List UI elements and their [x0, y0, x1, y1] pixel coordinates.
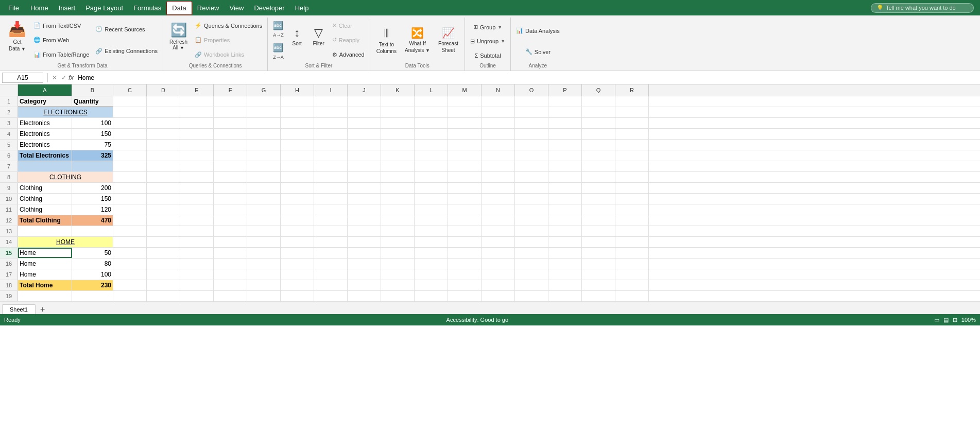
cell-k5[interactable]	[381, 140, 415, 150]
cell-m17[interactable]	[448, 269, 482, 280]
cell-e9[interactable]	[180, 183, 214, 193]
cell-g2[interactable]	[247, 107, 281, 117]
cell-r11[interactable]	[615, 204, 649, 215]
cell-j5[interactable]	[348, 140, 381, 150]
cell-l13[interactable]	[415, 226, 448, 236]
cell-a13[interactable]	[18, 226, 72, 236]
cell-a5[interactable]: Electronics	[18, 140, 72, 150]
cell-j9[interactable]	[348, 183, 381, 193]
cell-q12[interactable]	[582, 215, 615, 226]
cell-r4[interactable]	[615, 129, 649, 139]
cell-d13[interactable]	[147, 226, 180, 236]
cell-j6[interactable]	[348, 150, 381, 161]
cell-i3[interactable]	[314, 118, 348, 128]
cell-b13[interactable]	[72, 226, 113, 236]
cell-c16[interactable]	[113, 259, 147, 269]
cell-e1[interactable]	[180, 96, 214, 107]
cell-f19[interactable]	[214, 291, 247, 301]
cell-m4[interactable]	[448, 129, 482, 139]
cell-h10[interactable]	[281, 194, 314, 204]
cell-n2[interactable]	[482, 107, 515, 117]
filter-button[interactable]: ▽ Filter	[308, 19, 329, 54]
cell-h9[interactable]	[281, 183, 314, 193]
cell-e5[interactable]	[180, 140, 214, 150]
cell-g3[interactable]	[247, 118, 281, 128]
cell-r6[interactable]	[615, 150, 649, 161]
cell-c6[interactable]	[113, 150, 147, 161]
cell-i4[interactable]	[314, 129, 348, 139]
from-table-button[interactable]: 📊 From Table/Range	[31, 50, 91, 59]
cell-c12[interactable]	[113, 215, 147, 226]
cell-q8[interactable]	[582, 172, 615, 182]
cell-g10[interactable]	[247, 194, 281, 204]
cell-l5[interactable]	[415, 140, 448, 150]
cell-p19[interactable]	[548, 291, 582, 301]
cell-f3[interactable]	[214, 118, 247, 128]
col-header-f[interactable]: F	[214, 84, 247, 96]
cell-f6[interactable]	[214, 150, 247, 161]
cell-m3[interactable]	[448, 118, 482, 128]
cell-k11[interactable]	[381, 204, 415, 215]
confirm-icon[interactable]: ✓	[61, 74, 66, 81]
cell-l11[interactable]	[415, 204, 448, 215]
cell-o19[interactable]	[515, 291, 548, 301]
cell-f16[interactable]	[214, 259, 247, 269]
cell-q10[interactable]	[582, 194, 615, 204]
cell-i14[interactable]	[314, 237, 348, 247]
cell-i12[interactable]	[314, 215, 348, 226]
col-header-h[interactable]: H	[281, 84, 314, 96]
recent-sources-button[interactable]: 🕐 Recent Sources	[93, 25, 160, 33]
col-header-b[interactable]: B	[72, 84, 113, 96]
cell-h13[interactable]	[281, 226, 314, 236]
cell-g4[interactable]	[247, 129, 281, 139]
cell-q7[interactable]	[582, 161, 615, 171]
cell-l18[interactable]	[415, 280, 448, 290]
subtotal-button[interactable]: Σ Subtotal	[472, 51, 503, 60]
col-header-r[interactable]: R	[615, 84, 649, 96]
cell-h11[interactable]	[281, 204, 314, 215]
cell-o15[interactable]	[515, 248, 548, 258]
cell-k10[interactable]	[381, 194, 415, 204]
cell-d3[interactable]	[147, 118, 180, 128]
cell-n9[interactable]	[482, 183, 515, 193]
cell-q3[interactable]	[582, 118, 615, 128]
cell-o12[interactable]	[515, 215, 548, 226]
cell-r9[interactable]	[615, 183, 649, 193]
cell-c3[interactable]	[113, 118, 147, 128]
cell-n14[interactable]	[482, 237, 515, 247]
cell-k14[interactable]	[381, 237, 415, 247]
cell-j17[interactable]	[348, 269, 381, 280]
queries-connections-button[interactable]: ⚡ Queries & Connections	[193, 21, 264, 30]
cell-n3[interactable]	[482, 118, 515, 128]
cell-j18[interactable]	[348, 280, 381, 290]
cell-p4[interactable]	[548, 129, 582, 139]
cell-e7[interactable]	[180, 161, 214, 171]
cell-p10[interactable]	[548, 194, 582, 204]
cell-l14[interactable]	[415, 237, 448, 247]
cell-i16[interactable]	[314, 259, 348, 269]
cell-i19[interactable]	[314, 291, 348, 301]
cell-o7[interactable]	[515, 161, 548, 171]
cell-c18[interactable]	[113, 280, 147, 290]
cell-n1[interactable]	[482, 96, 515, 107]
cell-m11[interactable]	[448, 204, 482, 215]
cell-k12[interactable]	[381, 215, 415, 226]
cell-k18[interactable]	[381, 280, 415, 290]
col-header-m[interactable]: M	[448, 84, 482, 96]
cell-a10[interactable]: Clothing	[18, 194, 72, 204]
from-web-button[interactable]: 🌐 From Web	[31, 36, 91, 44]
cell-d11[interactable]	[147, 204, 180, 215]
cell-a17[interactable]: Home	[18, 269, 72, 280]
cell-j8[interactable]	[348, 172, 381, 182]
cell-e8[interactable]	[180, 172, 214, 182]
cell-k13[interactable]	[381, 226, 415, 236]
solver-button[interactable]: 🔧 Solver	[523, 47, 553, 56]
cell-l16[interactable]	[415, 259, 448, 269]
cell-c2[interactable]	[113, 107, 147, 117]
cell-j7[interactable]	[348, 161, 381, 171]
cell-q19[interactable]	[582, 291, 615, 301]
cell-g6[interactable]	[247, 150, 281, 161]
cell-l12[interactable]	[415, 215, 448, 226]
developer-menu-item[interactable]: Developer	[249, 1, 289, 15]
cell-i5[interactable]	[314, 140, 348, 150]
